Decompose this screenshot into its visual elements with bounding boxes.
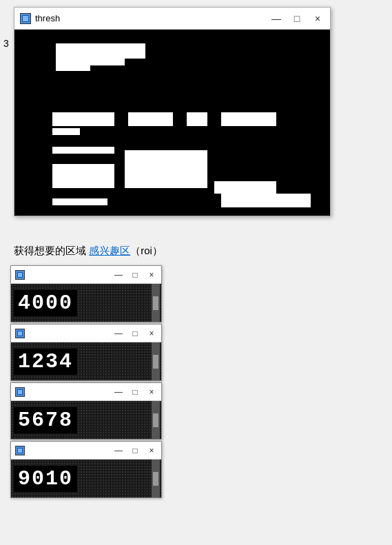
small-controls-3: — □ ×: [113, 387, 157, 397]
thresh-window-title: thresh: [35, 13, 269, 23]
number-display-4: 9010: [14, 466, 77, 492]
small-maximize-3[interactable]: □: [130, 387, 141, 397]
small-close-2[interactable]: ×: [146, 329, 157, 338]
shape-10: [125, 150, 207, 188]
small-window-icon-1: [15, 270, 25, 280]
small-close-3[interactable]: ×: [146, 387, 157, 397]
small-minimize-2[interactable]: —: [113, 329, 124, 338]
shape-11: [52, 164, 114, 188]
shape-9: [52, 147, 114, 154]
number-display-1: 4000: [14, 290, 77, 316]
small-close-1[interactable]: ×: [146, 270, 157, 280]
small-windows-container: — □ × 4000 — □ × 1234: [10, 265, 162, 500]
small-window-1: — □ × 4000: [10, 265, 162, 322]
small-controls-2: — □ ×: [113, 329, 157, 338]
small-content-2: 1234: [11, 342, 161, 380]
small-window-icon-3: [15, 387, 25, 397]
shape-3: [70, 56, 125, 65]
small-window-4: — □ × 9010: [10, 441, 162, 498]
small-content-3: 5678: [11, 401, 161, 439]
scroll-4[interactable]: [152, 460, 160, 497]
small-maximize-1[interactable]: □: [130, 270, 141, 280]
shape-4: [52, 112, 114, 126]
thresh-minimize-button[interactable]: —: [269, 14, 283, 23]
roi-link-text[interactable]: 感兴趣区: [89, 245, 130, 256]
small-titlebar-2: — □ ×: [11, 325, 161, 342]
small-window-icon-2: [15, 329, 25, 338]
thresh-maximize-button[interactable]: □: [290, 14, 304, 23]
roi-label-container: 获得想要的区域 感兴趣区（roi）: [14, 245, 163, 258]
roi-text-suffix: （roi）: [130, 245, 163, 256]
small-content-1: 4000: [11, 284, 161, 322]
shape-5: [128, 112, 173, 126]
number-display-2: 1234: [14, 349, 77, 375]
roi-text-prefix: 获得想要的区域: [14, 245, 89, 256]
small-titlebar-3: — □ ×: [11, 383, 161, 401]
shape-13: [221, 194, 311, 207]
shape-8: [52, 128, 80, 135]
small-minimize-4[interactable]: —: [113, 446, 124, 455]
small-window-icon-4: [15, 446, 25, 455]
thresh-titlebar: thresh — □ ×: [14, 8, 330, 30]
small-titlebar-4: — □ ×: [11, 442, 161, 460]
edge-number: 3: [3, 38, 9, 49]
thresh-window-controls: — □ ×: [269, 14, 324, 23]
small-titlebar-1: — □ ×: [11, 266, 161, 284]
small-window-3: — □ × 5678: [10, 382, 162, 440]
small-minimize-3[interactable]: —: [113, 387, 124, 397]
small-maximize-2[interactable]: □: [130, 329, 141, 338]
shape-6: [187, 112, 207, 126]
scroll-1[interactable]: [152, 284, 160, 322]
thresh-canvas: [14, 30, 330, 216]
small-maximize-4[interactable]: □: [130, 446, 141, 455]
shape-7: [221, 112, 276, 126]
thresh-close-button[interactable]: ×: [311, 14, 324, 23]
shape-14: [52, 198, 107, 205]
small-controls-4: — □ ×: [113, 446, 157, 455]
number-display-3: 5678: [14, 407, 77, 433]
scroll-3[interactable]: [152, 401, 160, 439]
thresh-window: thresh — □ ×: [14, 7, 331, 216]
small-close-4[interactable]: ×: [146, 446, 157, 455]
thresh-window-icon: [20, 13, 31, 24]
shape-12: [214, 181, 276, 194]
small-content-4: 9010: [11, 460, 161, 497]
small-controls-1: — □ ×: [113, 270, 157, 280]
small-minimize-1[interactable]: —: [113, 270, 124, 280]
scroll-2[interactable]: [152, 342, 160, 380]
small-window-2: — □ × 1234: [10, 324, 162, 381]
